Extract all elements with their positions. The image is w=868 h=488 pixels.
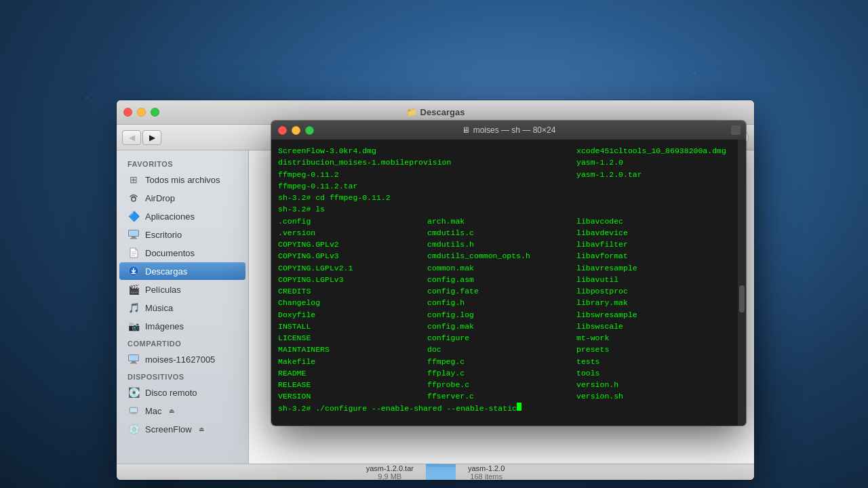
sidebar-item-aplicaciones[interactable]: 🔷 Aplicaciones xyxy=(119,207,245,225)
status-file2-name: yasm-1.2.0 xyxy=(468,464,505,472)
terminal-line: ffmpeg-0.11.2 yasm-1.2.0.tar xyxy=(278,169,739,180)
terminal-prompt-configure: sh-3.2# ./configure --enable-shared --en… xyxy=(278,403,739,414)
terminal-line: COPYING.LGPLv3 config.asm libavutil xyxy=(278,274,739,285)
terminal-line: COPYING.GPLv3 cmdutils_common_opts.h lib… xyxy=(278,250,739,262)
terminal-line: INSTALL config.mak libswscale xyxy=(278,321,739,332)
peliculas-label: Películas xyxy=(145,285,181,295)
terminal-line: .config arch.mak libavcodec xyxy=(278,216,739,227)
musica-label: Música xyxy=(145,303,173,313)
window-controls xyxy=(123,108,159,117)
peliculas-icon: 🎬 xyxy=(127,283,140,296)
svg-rect-3 xyxy=(132,237,136,238)
status-file1-name: yasm-1.2.0.tar xyxy=(366,464,414,472)
terminal-line: ScreenFlow-3.0kr4.dmg xcode451cltools_10… xyxy=(278,145,739,157)
screenflow-eject-icon[interactable]: ⏏ xyxy=(199,426,205,432)
svg-rect-2 xyxy=(129,230,138,236)
escritorio-icon xyxy=(127,228,140,241)
terminal-body[interactable]: ScreenFlow-3.0kr4.dmg xcode451cltools_10… xyxy=(271,140,746,426)
terminal-line: README ffplay.c tools xyxy=(278,367,739,379)
sidebar-item-airdrop[interactable]: AirDrop xyxy=(119,189,245,207)
terminal-window: 🖥 moises — sh — 80×24 ScreenFlow-3.0kr4.… xyxy=(271,121,746,426)
moises-icon xyxy=(127,353,140,365)
imagenes-label: Imágenes xyxy=(145,321,184,331)
svg-rect-11 xyxy=(129,355,138,361)
terminal-line: RELEASE ffprobe.c version.h xyxy=(278,379,739,390)
terminal-line: Makefile ffmpeg.c tests xyxy=(278,356,739,367)
disco-remoto-icon: 💽 xyxy=(127,386,140,399)
airdrop-label: AirDrop xyxy=(145,193,175,203)
status-file2: yasm-1.2.0 168 items xyxy=(468,464,505,481)
sidebar-item-mac[interactable]: Mac ⏏ xyxy=(119,402,245,420)
terminal-line: VERSION ffserver.c version.sh xyxy=(278,390,739,402)
finder-title-icon: 📁 xyxy=(406,107,417,117)
all-files-icon: ⊞ xyxy=(127,174,140,186)
descargas-label: Descargas xyxy=(145,266,187,277)
terminal-minimize-button[interactable] xyxy=(292,126,300,135)
mac-icon xyxy=(127,405,140,417)
aplicaciones-label: Aplicaciones xyxy=(145,211,195,222)
terminal-title-icon: 🖥 xyxy=(462,125,470,135)
terminal-scrollbar[interactable] xyxy=(738,140,746,426)
sidebar-item-screenflow[interactable]: 💿 ScreenFlow ⏏ xyxy=(119,420,245,438)
forward-button[interactable]: ▶ xyxy=(142,130,161,145)
terminal-fullscreen-button[interactable] xyxy=(731,125,741,135)
sidebar-item-imagenes[interactable]: 📷 Imágenes xyxy=(119,317,245,335)
terminal-line: LICENSE configure mt-work xyxy=(278,332,739,344)
terminal-window-controls xyxy=(278,126,314,135)
terminal-cursor xyxy=(517,403,521,411)
terminal-line: CREDITS config.fate libpostproc xyxy=(278,285,739,297)
terminal-line: COPYING.GPLv2 cmdutils.h libavfilter xyxy=(278,239,739,250)
sidebar-item-musica[interactable]: 🎵 Música xyxy=(119,299,245,317)
sidebar-item-descargas[interactable]: Descargas xyxy=(119,262,245,280)
imagenes-icon: 📷 xyxy=(127,320,140,332)
finder-title: 📁 Descargas xyxy=(406,107,465,117)
sidebar-item-escritorio[interactable]: Escritorio xyxy=(119,226,245,243)
documentos-label: Documentos xyxy=(145,248,195,258)
maximize-button[interactable] xyxy=(151,108,159,117)
screenflow-icon: 💿 xyxy=(127,423,140,435)
status-item-count: 168 items xyxy=(470,472,502,481)
aplicaciones-icon: 🔷 xyxy=(127,210,140,222)
svg-rect-4 xyxy=(130,238,137,239)
terminal-titlebar: 🖥 moises — sh — 80×24 xyxy=(271,121,746,140)
sidebar-item-moises[interactable]: moises-11627005 xyxy=(119,350,245,368)
sidebar-section-favoritos: FAVORITOS xyxy=(117,156,248,170)
airdrop-icon xyxy=(127,192,140,204)
status-file1: yasm-1.2.0.tar 9,9 MB xyxy=(366,464,414,481)
sidebar: FAVORITOS ⊞ Todos mis archivos AirDrop 🔷 xyxy=(117,150,249,464)
terminal-line: MAINTAINERS doc presets xyxy=(278,344,739,355)
terminal-prompt-cd: sh-3.2# cd ffmpeg-0.11.2 xyxy=(278,192,739,203)
back-button[interactable]: ◀ xyxy=(122,130,141,145)
terminal-line: Changelog config.h library.mak xyxy=(278,297,739,308)
terminal-close-button[interactable] xyxy=(278,126,287,135)
terminal-line: Doxyfile config.log libswresample xyxy=(278,309,739,321)
terminal-maximize-button[interactable] xyxy=(305,126,314,135)
mac-eject-icon[interactable]: ⏏ xyxy=(169,407,175,414)
screenflow-label: ScreenFlow xyxy=(145,424,192,434)
finder-status-bar: yasm-1.2.0.tar 9,9 MB yasm-1.2.0 168 ite… xyxy=(117,464,754,480)
sidebar-item-documentos[interactable]: Documentos xyxy=(119,244,245,262)
terminal-line: ffmpeg-0.11.2.tar xyxy=(278,180,739,192)
terminal-title: 🖥 moises — sh — 80×24 xyxy=(462,125,556,135)
descargas-icon xyxy=(127,265,140,277)
sidebar-item-disco-remoto[interactable]: 💽 Disco remoto xyxy=(119,384,245,401)
terminal-line: .version cmdutils.c libavdevice xyxy=(278,227,739,239)
terminal-scrollbar-thumb[interactable] xyxy=(739,285,745,312)
moises-label: moises-11627005 xyxy=(145,354,215,365)
sidebar-item-peliculas[interactable]: 🎬 Películas xyxy=(119,281,245,298)
close-button[interactable] xyxy=(123,108,132,117)
status-file1-size: 9,9 MB xyxy=(378,472,401,481)
svg-point-0 xyxy=(132,197,136,201)
svg-rect-15 xyxy=(130,408,137,412)
sidebar-section-compartido: COMPARTIDO xyxy=(117,336,248,350)
documentos-icon xyxy=(127,247,140,259)
all-files-label: Todos mis archivos xyxy=(145,175,220,185)
finder-title-text: Descargas xyxy=(420,107,465,117)
minimize-button[interactable] xyxy=(137,108,146,117)
sidebar-item-all-files[interactable]: ⊞ Todos mis archivos xyxy=(119,171,245,188)
terminal-line: distribucion_moises-1.mobileprovision ya… xyxy=(278,157,739,168)
svg-rect-12 xyxy=(132,361,136,363)
musica-icon: 🎵 xyxy=(127,302,140,314)
disco-remoto-label: Disco remoto xyxy=(145,388,197,398)
mac-label: Mac xyxy=(145,406,162,416)
